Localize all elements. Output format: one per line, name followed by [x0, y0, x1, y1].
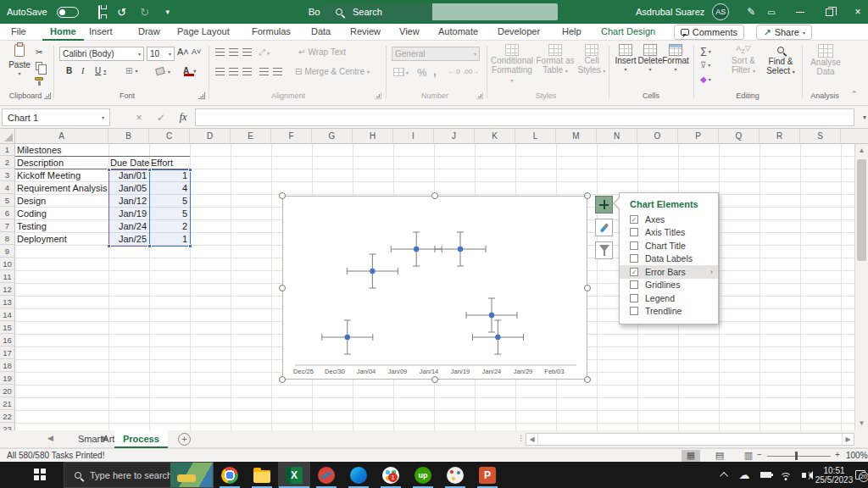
row-header-21[interactable]: 21: [0, 398, 14, 410]
row-header-4[interactable]: 4: [0, 182, 14, 194]
zoom-out-icon[interactable]: −: [757, 450, 762, 459]
horizontal-scrollbar[interactable]: ◀ ▶: [526, 433, 854, 446]
chart-element-error-bars[interactable]: ✓Error Bars›: [620, 265, 718, 279]
cell-styles-button[interactable]: CellStyles ▾: [576, 44, 607, 90]
tab-review[interactable]: Review: [342, 24, 388, 41]
action-center-icon[interactable]: 20: [853, 462, 868, 488]
clear-button[interactable]: ◆▾: [700, 75, 711, 84]
chart-element-gridlines[interactable]: Gridlines: [620, 279, 718, 292]
column-header-s[interactable]: S: [800, 129, 841, 143]
align-center-icon[interactable]: [229, 68, 238, 75]
submenu-arrow-icon[interactable]: ›: [710, 268, 713, 276]
column-header-o[interactable]: O: [637, 129, 678, 143]
chart-elements-button[interactable]: [595, 196, 613, 214]
tab-draw[interactable]: Draw: [131, 24, 168, 41]
tab-data[interactable]: Data: [303, 24, 338, 41]
taskbar-paint[interactable]: [439, 462, 471, 488]
collapse-ribbon-icon[interactable]: ⌃: [851, 90, 858, 98]
cell[interactable]: 4: [149, 182, 187, 195]
fill-button[interactable]: ⊽▾: [700, 60, 710, 69]
cell[interactable]: 2: [149, 220, 187, 233]
cell[interactable]: Jan/19: [108, 208, 147, 220]
volume-icon[interactable]: ): [798, 462, 815, 488]
sheet-tab-process[interactable]: Process: [114, 430, 168, 448]
expand-formula-bar-icon[interactable]: ▾: [854, 108, 868, 126]
cell[interactable]: Kickoff Meeting: [17, 169, 81, 182]
tab-home[interactable]: Home: [42, 24, 84, 41]
align-top-icon[interactable]: [215, 48, 225, 56]
cell[interactable]: Jan/12: [108, 195, 147, 208]
increase-decimal-icon[interactable]: ←.0: [448, 68, 460, 75]
vertical-scrollbar[interactable]: ▲ ▼: [854, 144, 868, 430]
add-sheet-button[interactable]: +: [178, 433, 191, 446]
row-header-17[interactable]: 17: [0, 347, 14, 359]
taskbar-search[interactable]: Type here to search: [64, 462, 214, 488]
row-header-19[interactable]: 19: [0, 373, 14, 385]
row-header-8[interactable]: 8: [0, 233, 14, 245]
column-header-p[interactable]: P: [678, 129, 719, 143]
row-headers[interactable]: 1234567891011121314151617181920212223: [0, 144, 15, 430]
sheet-nav-left-icon[interactable]: ◀: [47, 434, 53, 442]
font-dialog-launcher[interactable]: [198, 92, 205, 99]
cell[interactable]: Requirement Analysis: [17, 182, 107, 195]
taskbar-upwork[interactable]: up: [407, 462, 439, 488]
align-left-icon[interactable]: [215, 68, 225, 75]
taskbar-powerpoint[interactable]: P: [471, 462, 504, 488]
row-header-5[interactable]: 5: [0, 195, 14, 207]
wifi-icon[interactable]: [777, 462, 794, 488]
font-size-select[interactable]: 10▾: [147, 47, 175, 61]
decrease-font-icon[interactable]: A˅: [192, 47, 201, 56]
scroll-right-icon[interactable]: ▶: [842, 434, 854, 445]
range-handle[interactable]: [188, 168, 192, 172]
select-all-corner[interactable]: [0, 129, 15, 143]
taskbar-excel[interactable]: X: [278, 462, 310, 488]
cell[interactable]: 5: [149, 208, 187, 220]
search-box[interactable]: Search: [320, 3, 558, 20]
name-box[interactable]: Chart 1▾: [2, 108, 110, 126]
cell[interactable]: Coding: [17, 208, 47, 220]
tab-developer[interactable]: Developer: [490, 24, 548, 41]
row-header-14[interactable]: 14: [0, 309, 14, 321]
chart-resize-handle[interactable]: [279, 285, 286, 291]
find-select-button[interactable]: Find &Select ▾: [763, 44, 798, 90]
cell[interactable]: 1: [149, 169, 187, 182]
tab-formulas[interactable]: Formulas: [244, 24, 298, 41]
checkbox-error-bars[interactable]: ✓: [630, 268, 638, 276]
chart-resize-handle[interactable]: [279, 376, 286, 383]
taskbar-explorer[interactable]: [246, 462, 278, 488]
column-header-h[interactable]: H: [353, 129, 393, 143]
alignment-dialog-launcher[interactable]: [375, 92, 381, 99]
cut-button[interactable]: ✂: [36, 47, 42, 57]
tab-insert[interactable]: Insert: [81, 24, 120, 41]
start-button[interactable]: [34, 469, 46, 480]
format-painter-button[interactable]: [35, 77, 43, 80]
format-as-table-button[interactable]: Format asTable ▾: [536, 44, 575, 90]
row-header-10[interactable]: 10: [0, 258, 14, 270]
cell[interactable]: Jan/24: [108, 220, 147, 233]
chart-object[interactable]: Dec/25Dec/30Jan/04Jan/09Jan/14Jan/19Jan/…: [282, 196, 587, 380]
zoom-slider-thumb[interactable]: [795, 452, 798, 460]
row-header-9[interactable]: 9: [0, 246, 14, 258]
fill-color-button[interactable]: ▾: [156, 68, 170, 75]
italic-button[interactable]: I: [81, 66, 84, 75]
onedrive-cloud-icon[interactable]: ☁: [736, 462, 753, 488]
column-header-k[interactable]: K: [475, 129, 515, 143]
avatar[interactable]: AS: [712, 3, 729, 20]
column-header-a[interactable]: A: [15, 129, 108, 143]
column-header-q[interactable]: Q: [719, 129, 760, 143]
row-header-23[interactable]: 23: [0, 424, 14, 430]
row-header-7[interactable]: 7: [0, 220, 14, 232]
row-header-12[interactable]: 12: [0, 284, 14, 296]
scroll-up-icon[interactable]: ▲: [855, 144, 868, 158]
tab-file[interactable]: File: [3, 24, 34, 41]
sort-filter-button[interactable]: AZ▽ Sort &Filter ▾: [726, 44, 761, 90]
range-handle[interactable]: [147, 168, 152, 172]
column-header-l[interactable]: L: [515, 129, 556, 143]
comments-button[interactable]: Comments: [674, 25, 744, 40]
news-weather-thumbnail[interactable]: [170, 463, 213, 487]
row-header-18[interactable]: 18: [0, 360, 14, 372]
chart-element-data-labels[interactable]: Data Labels: [620, 252, 718, 266]
insert-function-icon[interactable]: fx: [173, 108, 193, 126]
column-header-r[interactable]: R: [760, 129, 800, 143]
column-header-n[interactable]: N: [597, 129, 637, 143]
